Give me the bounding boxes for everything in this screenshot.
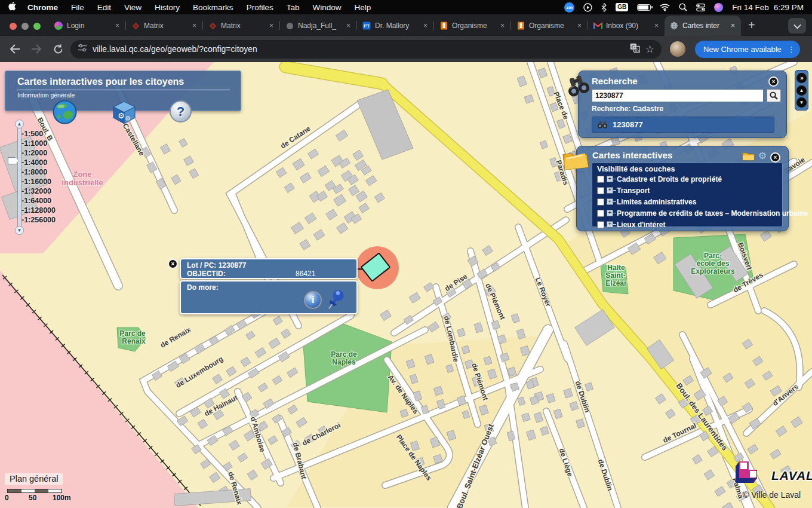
- layer-checkbox[interactable]: [597, 176, 604, 183]
- url-text[interactable]: ville.laval.qc.ca/geo/geoweb/?config=cit…: [93, 44, 625, 54]
- globe-tool-icon[interactable]: [52, 99, 78, 127]
- basemap-name[interactable]: Plan général: [5, 473, 63, 485]
- folder-icon[interactable]: [742, 151, 755, 161]
- layer-checkbox[interactable]: [597, 187, 604, 194]
- keyboard-layout-badge[interactable]: GB: [616, 3, 628, 11]
- popup-close-button[interactable]: ×: [168, 259, 178, 269]
- close-window-button[interactable]: [10, 23, 17, 30]
- bookmark-star-icon[interactable]: ☆: [645, 44, 654, 54]
- menu-chrome[interactable]: Chrome: [21, 3, 64, 12]
- apple-icon[interactable]: [8, 2, 21, 13]
- menu-edit[interactable]: Edit: [91, 3, 118, 12]
- menu-help[interactable]: Help: [347, 3, 377, 12]
- forward-button[interactable]: [27, 40, 45, 58]
- search-input[interactable]: [592, 89, 764, 102]
- search-button[interactable]: [767, 89, 781, 102]
- tab-close-icon[interactable]: ×: [268, 22, 275, 30]
- tab-organisme-2[interactable]: Organisme ×: [511, 16, 588, 36]
- layer-label[interactable]: Cadastre et Droits de propriété: [617, 175, 722, 183]
- minimize-window-button[interactable]: [21, 23, 29, 30]
- update-chrome-button[interactable]: New Chrome available ⋮: [695, 41, 800, 58]
- layer-checkbox[interactable]: [597, 198, 604, 206]
- tab-login[interactable]: Login ×: [49, 16, 125, 36]
- pushpin-icon[interactable]: [324, 287, 347, 314]
- tab-close-icon[interactable]: ×: [191, 22, 198, 30]
- tab-close-icon[interactable]: ×: [576, 22, 583, 30]
- search-close-button[interactable]: ×: [768, 76, 779, 87]
- tab-dr-mallory[interactable]: PT Dr. Mallory ×: [357, 16, 433, 36]
- menu-bookmarks[interactable]: Bookmarks: [186, 3, 240, 12]
- zoom-slider-track[interactable]: [17, 127, 21, 228]
- tab-nadja[interactable]: Nadja_Full_ ×: [280, 16, 356, 36]
- search-result-item[interactable]: 1230877: [592, 117, 774, 133]
- tab-organisme-1[interactable]: Organisme ×: [434, 16, 510, 36]
- browser-menu-icon[interactable]: ⋮: [788, 45, 795, 54]
- expand-plus-icon[interactable]: +: [607, 221, 613, 228]
- expand-plus-icon[interactable]: +: [607, 198, 613, 205]
- layer-label[interactable]: Programme de crédits de taxes – Modernis…: [617, 209, 808, 218]
- reload-button[interactable]: [49, 40, 67, 58]
- expand-plus-icon[interactable]: +: [607, 176, 613, 182]
- tab-matrix-1[interactable]: Matrix ×: [126, 16, 202, 36]
- tab-close-icon[interactable]: ×: [345, 22, 352, 30]
- layer-label[interactable]: Limites administratives: [617, 198, 696, 206]
- scale-item[interactable]: -1:2000: [21, 148, 56, 158]
- tab-close-icon[interactable]: ×: [653, 22, 660, 30]
- tab-close-icon[interactable]: ×: [730, 22, 736, 30]
- tab-cartes-active[interactable]: Cartes inter ×: [665, 16, 741, 36]
- expand-plus-icon[interactable]: +: [607, 187, 613, 194]
- zoom-in-button[interactable]: ▲: [15, 120, 24, 128]
- collapse-panels-button[interactable]: »: [796, 73, 807, 83]
- site-settings-icon[interactable]: [78, 44, 87, 54]
- zoom-app-icon[interactable]: zm: [564, 2, 574, 13]
- address-bar[interactable]: ville.laval.qc.ca/geo/geoweb/?config=cit…: [70, 40, 662, 59]
- settings-cube-icon[interactable]: ⚙⚙: [111, 99, 138, 128]
- info-icon[interactable]: i: [304, 291, 322, 309]
- tab-inbox[interactable]: Inbox (90) ×: [588, 16, 665, 36]
- menu-file[interactable]: File: [64, 3, 91, 12]
- layer-checkbox[interactable]: [597, 210, 604, 217]
- zoom-out-button[interactable]: ▼: [15, 226, 24, 235]
- bluetooth-icon[interactable]: [601, 3, 607, 12]
- menu-tab[interactable]: Tab: [280, 3, 306, 12]
- zoom-window-button[interactable]: [33, 23, 41, 30]
- scale-item[interactable]: -1:4000: [21, 158, 56, 167]
- scale-item[interactable]: -1:64000: [21, 196, 56, 206]
- scale-item[interactable]: -1:32000: [21, 186, 56, 196]
- scale-item[interactable]: -1:16000: [21, 177, 56, 186]
- scale-item[interactable]: -1:8000: [21, 167, 56, 177]
- tab-search-chevron-button[interactable]: [788, 18, 806, 33]
- back-button[interactable]: [6, 40, 24, 58]
- menu-profiles[interactable]: Profiles: [240, 3, 280, 12]
- menu-window[interactable]: Window: [306, 3, 347, 12]
- menu-view[interactable]: View: [118, 3, 148, 12]
- spotlight-search-icon[interactable]: [679, 3, 687, 11]
- tab-close-icon[interactable]: ×: [422, 22, 429, 30]
- tab-matrix-2[interactable]: Matrix ×: [203, 16, 279, 36]
- layer-checkbox[interactable]: [597, 221, 604, 228]
- expand-plus-icon[interactable]: +: [607, 210, 613, 216]
- tab-close-icon[interactable]: ×: [499, 22, 506, 30]
- scale-item[interactable]: -1:256000: [21, 215, 56, 225]
- layer-label[interactable]: Lieux d'intéret: [617, 221, 666, 229]
- profile-avatar[interactable]: [670, 41, 685, 57]
- scale-item[interactable]: -1:128000: [21, 206, 56, 215]
- help-icon[interactable]: ?: [170, 100, 192, 123]
- menu-clock[interactable]: Fri 14 Feb 6:29 PM: [732, 3, 804, 12]
- control-center-icon[interactable]: [696, 4, 705, 11]
- scale-item[interactable]: -1:1000: [21, 139, 56, 148]
- translate-icon[interactable]: Gあ: [630, 43, 640, 55]
- screen-record-icon[interactable]: [583, 3, 592, 12]
- siri-icon[interactable]: [714, 3, 723, 12]
- menu-history[interactable]: History: [148, 3, 186, 12]
- layers-close-button[interactable]: ×: [770, 152, 780, 163]
- wifi-icon[interactable]: [660, 4, 670, 11]
- dock-up-button[interactable]: ▲: [796, 85, 807, 96]
- map-viewport[interactable]: Zone industrielle de Catane Place de Par…: [0, 62, 812, 508]
- tab-close-icon[interactable]: ×: [114, 22, 121, 30]
- layer-label[interactable]: Transport: [617, 186, 650, 195]
- scale-item[interactable]: -1:500: [21, 129, 56, 139]
- new-tab-button[interactable]: +: [741, 19, 761, 36]
- layer-settings-gear-icon[interactable]: ⚙: [758, 151, 767, 161]
- dock-down-button[interactable]: ▼: [796, 97, 807, 108]
